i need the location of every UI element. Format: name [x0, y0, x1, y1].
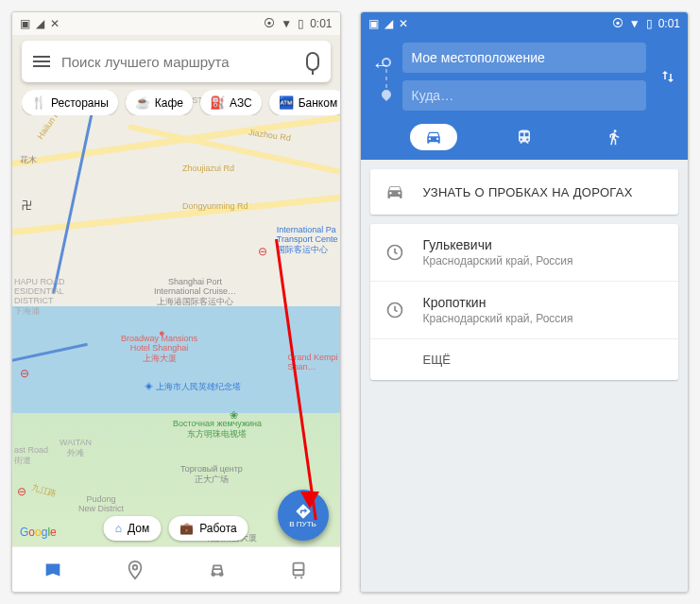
map-label: 卍 [22, 198, 32, 213]
history-title: Гулькевичи [423, 237, 664, 252]
nav-saved[interactable] [125, 560, 145, 580]
poi-dot-icon: ● [159, 327, 165, 338]
car-icon [385, 182, 406, 201]
mode-driving[interactable] [410, 124, 457, 150]
road-label: Zhoujiazui Rd [182, 164, 234, 173]
chip-atm[interactable]: 🏧Банком [269, 90, 340, 115]
metro-icon: ⊖ [17, 485, 26, 498]
history-item[interactable]: Кропоткин Краснодарский край, Россия [370, 282, 679, 339]
directions-body: УЗНАТЬ О ПРОБКАХ НА ДОРОГАХ Гулькевичи К… [361, 160, 689, 592]
svg-point-0 [133, 564, 138, 569]
bottom-nav [12, 546, 340, 592]
location-icon: ⦿ [612, 17, 623, 30]
phone-maps-main: ▣ ◢ ✕ ⦿ ▼ ▯ 0:01 RESIDENTIAL DISTRICT嘉兴路… [11, 11, 341, 593]
swap-button[interactable] [659, 65, 676, 88]
battery-saver-icon: ▣ [368, 17, 379, 30]
status-bar: ▣ ◢ ✕ ⦿ ▼ ▯ 0:01 [12, 12, 340, 35]
annotation-arrowhead [300, 492, 319, 509]
saved-places-chips: ⌂Дом 💼Работа [104, 516, 248, 541]
destination-input[interactable]: Куда… [402, 80, 647, 111]
coffee-icon: ☕ [135, 95, 150, 110]
metro-icon: ⊖ [20, 367, 29, 380]
signal-icon: ▼ [281, 17, 292, 30]
road-label: Dongyunming Rd [182, 201, 248, 211]
wifi-icon: ✕ [399, 17, 408, 30]
wifi-icon: ✕ [50, 17, 60, 30]
traffic-label: УЗНАТЬ О ПРОБКАХ НА ДОРОГАХ [423, 185, 664, 199]
more-button[interactable]: ЕЩЁ [370, 339, 679, 380]
traffic-info-button[interactable]: УЗНАТЬ О ПРОБКАХ НА ДОРОГАХ [370, 169, 679, 215]
history-item[interactable]: Гулькевичи Краснодарский край, Россия [370, 224, 679, 282]
gas-pump-icon: ⛽ [210, 95, 225, 110]
battery-icon: ▯ [646, 17, 653, 30]
signal-icon: ◢ [384, 17, 393, 30]
chip-home[interactable]: ⌂Дом [104, 516, 161, 541]
nav-explore[interactable] [43, 560, 63, 580]
fork-knife-icon: 🍴 [31, 95, 46, 110]
road-label: 九江路 [30, 482, 58, 501]
mode-transit[interactable] [501, 124, 548, 150]
atm-icon: 🏧 [279, 95, 294, 110]
chip-gas[interactable]: ⛽АЗС [200, 90, 262, 115]
chip-cafe[interactable]: ☕Кафе [126, 90, 193, 115]
fab-label: В ПУТЬ [289, 520, 316, 528]
battery-icon: ▯ [298, 17, 304, 30]
chip-restaurants[interactable]: 🍴Рестораны [22, 90, 118, 115]
district-label: HAPU ROAD ESIDENTIAL DISTRICT 下海浦 [14, 277, 65, 318]
origin-input[interactable]: Мое местоположение [402, 43, 647, 73]
nav-driving[interactable] [207, 560, 228, 580]
poi-label: Торговый центр 正大广场 [180, 464, 243, 486]
history-title: Кропоткин [423, 295, 664, 310]
phone-directions: ▣ ◢ ✕ ⦿ ▼ ▯ 0:01 ← Мое местоположение Ку… [360, 11, 690, 593]
metro-icon: ⊖ [258, 245, 267, 258]
microphone-icon[interactable] [306, 52, 319, 71]
poi-label: Shanghai Port International Cruise… 上海港国… [154, 277, 236, 308]
clock-icon [385, 243, 406, 262]
poi-label: International Pa Transport Cente 国际客运中心 [277, 225, 338, 256]
clock-text: 0:01 [658, 17, 680, 30]
nav-transit[interactable] [288, 560, 309, 580]
search-placeholder: Поиск лучшего маршрута [61, 54, 295, 70]
poi-label: ◈ 上海市人民英雄纪念塔 [145, 381, 241, 393]
history-subtitle: Краснодарский край, Россия [423, 312, 664, 325]
history-card: Гулькевичи Краснодарский край, Россия Кр… [370, 224, 679, 380]
poi-label: Восточная жемчужина 东方明珠电视塔 [173, 419, 262, 440]
signal-icon: ◢ [36, 17, 44, 30]
history-subtitle: Краснодарский край, Россия [423, 254, 664, 267]
district-label: Pudong New District [78, 494, 124, 513]
road-label: Jiazhou Rd [248, 128, 292, 143]
search-bar[interactable]: Поиск лучшего маршрута [22, 41, 331, 82]
clock-icon [385, 301, 406, 319]
category-chips: 🍴Рестораны ☕Кафе ⛽АЗС 🏧Банком [22, 90, 340, 115]
directions-header: ▣ ◢ ✕ ⦿ ▼ ▯ 0:01 ← Мое местоположение Ку… [361, 12, 689, 160]
google-logo: Google [20, 526, 57, 539]
battery-saver-icon: ▣ [20, 17, 30, 30]
mode-walking[interactable] [590, 124, 638, 150]
hamburger-menu-icon[interactable] [33, 56, 50, 67]
district-label: WAITAN 外滩 [60, 438, 92, 459]
location-icon: ⦿ [264, 17, 275, 30]
signal-icon: ▼ [629, 17, 640, 30]
status-bar: ▣ ◢ ✕ ⦿ ▼ ▯ 0:01 [361, 12, 689, 35]
travel-modes [361, 118, 689, 150]
clock-text: 0:01 [310, 17, 332, 30]
briefcase-icon: 💼 [179, 522, 194, 535]
district-label: ast Road 街道 [14, 445, 48, 467]
poi-tree-icon: ❀ [230, 409, 238, 422]
map-label: 花木 [20, 154, 37, 166]
home-icon: ⌂ [115, 522, 122, 535]
route-endpoints-graphic [382, 58, 391, 99]
chip-work[interactable]: 💼Работа [168, 516, 248, 541]
traffic-card: УЗНАТЬ О ПРОБКАХ НА ДОРОГАХ [370, 169, 679, 215]
